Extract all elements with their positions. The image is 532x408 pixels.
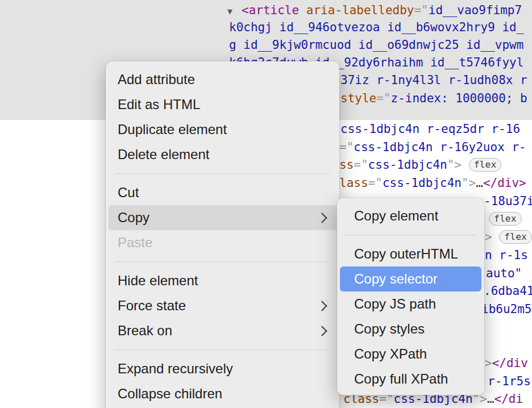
menu-item-label: Delete element xyxy=(118,147,327,163)
menu-item-copy-full-xpath[interactable]: Copy full XPath xyxy=(340,367,481,392)
code-segment-punct: > xyxy=(485,356,492,370)
separator-line xyxy=(115,173,330,174)
menu-item-delete-element[interactable]: Delete element xyxy=(109,142,336,167)
code-line: g id__9kjw0rmcuod id__o69dnwjc25 id__vpw… xyxy=(229,37,523,53)
code-line: flex xyxy=(489,211,522,227)
menu-item-label: Cut xyxy=(118,185,327,201)
menu-item-copy[interactable]: Copy xyxy=(109,205,336,230)
code-segment-punct: "> xyxy=(462,176,476,190)
menu-item-copy-selector[interactable]: Copy selector xyxy=(340,267,481,292)
code-segment-val: r-1r5s xyxy=(488,374,531,388)
code-segment-val: auto" xyxy=(486,267,522,280)
code-segment-val: css-1dbjc4n r-16y2uox r- xyxy=(354,140,526,154)
menu-item-label: Copy XPath xyxy=(354,346,467,362)
code-segment-tag: <article xyxy=(242,3,299,17)
code-segment-plain xyxy=(492,230,500,244)
menu-item-label: Force state xyxy=(118,298,318,314)
code-segment-punct: =" xyxy=(368,176,383,190)
code-segment-val: g id__9kjw0rmcuod id__o69dnwjc25 id__vpw… xyxy=(229,38,523,52)
code-segment-tag: </div> xyxy=(483,176,526,190)
code-line: ss="css-1dbjc4n"> flex xyxy=(339,157,501,173)
flex-badge[interactable]: flex xyxy=(499,230,532,244)
menu-item-break-on[interactable]: Break on xyxy=(109,318,336,343)
code-line: ib6u2m5 xyxy=(481,301,532,317)
menu-item-edit-as-html[interactable]: Edit as HTML xyxy=(109,92,336,117)
copy-submenu: Copy elementCopy outerHTMLCopy selectorC… xyxy=(337,198,484,395)
code-line: > flex xyxy=(485,229,532,245)
code-segment-attr: style xyxy=(340,91,376,105)
code-segment-val: k0chgj id__946otvezoa id__b6wovx2hry9 id… xyxy=(229,20,523,34)
code-segment-dots: … xyxy=(487,392,494,406)
code-segment-punct: =" xyxy=(354,158,368,172)
code-segment-val: n r-1s xyxy=(485,248,528,262)
menu-item-label: Edit as HTML xyxy=(118,97,327,113)
menu-item-collapse-children[interactable]: Collapse children xyxy=(109,381,336,406)
menu-separator xyxy=(115,255,330,268)
menu-item-copy-element[interactable]: Copy element xyxy=(340,203,481,228)
menu-separator xyxy=(346,228,476,242)
code-segment-dots: … xyxy=(476,176,483,190)
context-menu: Add attributeEdit as HTMLDuplicate eleme… xyxy=(106,61,339,408)
code-segment-val: z-index: 1000000; b xyxy=(391,91,527,105)
code-segment-val: css-1dbjc4n xyxy=(383,176,462,190)
code-segment-punct: =" xyxy=(339,140,354,154)
menu-item-label: Break on xyxy=(118,323,318,339)
submenu-chevron-icon xyxy=(317,326,327,336)
menu-item-copy-js-path[interactable]: Copy JS path xyxy=(340,292,481,317)
code-segment-punct: =" xyxy=(376,91,390,105)
code-segment-plain xyxy=(462,158,469,172)
flex-badge[interactable]: flex xyxy=(489,212,522,226)
menu-item-paste: Paste xyxy=(109,230,336,255)
menu-item-label: Copy full XPath xyxy=(354,371,467,387)
menu-separator xyxy=(115,167,330,180)
separator-line xyxy=(346,235,476,235)
menu-item-label: Hide element xyxy=(118,273,327,289)
code-line: 37iz r-1ny4l3l r-1udh08x r xyxy=(340,72,527,88)
code-segment-val: .6dba41 xyxy=(484,284,532,298)
code-segment-val: css-1dbjc4n r-eqz5dr r-16 xyxy=(340,122,520,136)
menu-item-force-state[interactable]: Force state xyxy=(109,293,336,318)
code-line: css-1dbjc4n r-eqz5dr r-16 xyxy=(340,121,520,137)
code-segment-val: 37iz r-1ny4l3l r-1udh08x r xyxy=(340,73,527,87)
code-segment-val: id__vao9fimp7 xyxy=(429,3,522,17)
code-segment-attr: ss xyxy=(339,158,354,172)
code-line: <article aria-labelledby="id__vao9fimp7 xyxy=(242,2,522,18)
code-segment-plain xyxy=(299,3,306,17)
menu-item-label: Copy outerHTML xyxy=(354,246,467,262)
menu-item-label: Copy JS path xyxy=(354,296,467,312)
devtools-elements-panel: ▼<article aria-labelledby="id__vao9fimp7… xyxy=(0,0,532,408)
menu-item-add-attribute[interactable]: Add attribute xyxy=(109,67,336,92)
code-segment-val: ib6u2m5 xyxy=(481,302,532,316)
expand-arrow-icon[interactable]: ▼ xyxy=(227,6,232,16)
menu-item-copy-styles[interactable]: Copy styles xyxy=(340,317,481,342)
menu-item-label: Copy xyxy=(118,210,318,226)
menu-item-hide-element[interactable]: Hide element xyxy=(109,268,336,293)
menu-item-label: Paste xyxy=(118,235,327,251)
submenu-chevron-icon xyxy=(317,301,327,311)
code-line: auto" xyxy=(486,265,522,281)
code-line: .6dba41 xyxy=(484,283,532,299)
code-line: n r-1s xyxy=(485,247,528,263)
code-segment-attr: lass xyxy=(339,176,368,190)
flex-badge[interactable]: flex xyxy=(469,158,502,172)
code-line: ></div xyxy=(485,355,528,371)
menu-item-label: Copy element xyxy=(354,208,467,224)
separator-line xyxy=(115,261,330,262)
code-segment-punct: "> xyxy=(447,158,462,172)
menu-item-label: Collapse children xyxy=(118,386,327,402)
code-segment-tag: </div xyxy=(492,356,528,370)
code-segment-tag: </di xyxy=(494,392,523,406)
menu-item-duplicate-element[interactable]: Duplicate element xyxy=(109,117,336,142)
submenu-chevron-icon xyxy=(317,213,327,223)
code-segment-punct: > xyxy=(485,230,492,244)
menu-item-expand-recursively[interactable]: Expand recursively xyxy=(109,356,336,381)
menu-item-copy-xpath[interactable]: Copy XPath xyxy=(340,342,481,367)
code-line: k0chgj id__946otvezoa id__b6wovx2hry9 id… xyxy=(229,19,523,35)
menu-item-label: Copy styles xyxy=(354,321,467,337)
code-segment-punct: =" xyxy=(414,3,428,17)
menu-item-label: Copy selector xyxy=(354,271,467,287)
menu-item-copy-outerhtml[interactable]: Copy outerHTML xyxy=(340,242,481,267)
menu-item-cut[interactable]: Cut xyxy=(109,180,336,205)
code-line: style="z-index: 1000000; b xyxy=(340,90,527,106)
menu-item-label: Expand recursively xyxy=(118,361,327,377)
